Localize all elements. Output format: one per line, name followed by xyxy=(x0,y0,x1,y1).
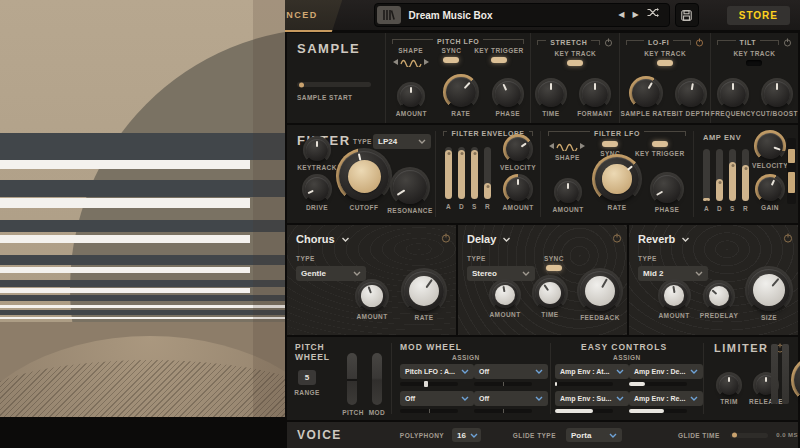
pitch-range-value[interactable]: 5 xyxy=(298,370,316,385)
preset-shuffle-icon[interactable] xyxy=(643,4,663,26)
filter-drive-knob[interactable] xyxy=(305,177,329,201)
filter-env-release-slider[interactable] xyxy=(484,147,491,199)
glide-type-dropdown[interactable]: Porta xyxy=(566,428,622,442)
save-preset-button[interactable] xyxy=(675,3,699,27)
pitch-wheel[interactable] xyxy=(347,353,357,405)
filter-env-velocity-knob[interactable] xyxy=(506,137,530,161)
delay-power-icon[interactable] xyxy=(612,233,622,243)
amp-env-velocity-knob[interactable] xyxy=(757,133,783,159)
delay-time-knob[interactable] xyxy=(535,278,565,308)
pitch-wheel-block: PITCHWHEEL 5 RANGE xyxy=(287,337,341,420)
amp-env-release-slider[interactable] xyxy=(742,149,749,201)
preset-library-icon[interactable] xyxy=(377,6,401,24)
lfo-shape-selector[interactable] xyxy=(393,57,429,67)
mod-assign-slider-4[interactable] xyxy=(474,409,532,413)
delay-amount-knob[interactable] xyxy=(492,282,518,308)
mod-assign-dropdown-4[interactable]: Off xyxy=(474,391,548,406)
reverb-size-knob[interactable] xyxy=(748,269,790,311)
easy-slider-4[interactable] xyxy=(629,409,687,413)
amp-env-decay-slider[interactable] xyxy=(716,149,723,201)
limiter-trim-knob[interactable] xyxy=(719,375,739,395)
filter-cutoff-knob[interactable] xyxy=(339,151,389,201)
tilt-power-icon[interactable] xyxy=(783,38,792,47)
preset-prev-button[interactable]: ◀ xyxy=(614,4,628,26)
sync-led[interactable] xyxy=(443,57,459,63)
reverb-amount-knob[interactable] xyxy=(661,282,688,309)
filter-lfo-key-trigger-led[interactable] xyxy=(652,141,668,147)
preset-bar[interactable]: Dream Music Box ◀ ▶ xyxy=(374,3,670,27)
easy-slider-1[interactable] xyxy=(555,382,613,386)
filter-lfo-amount-knob[interactable] xyxy=(557,181,579,203)
lofi-sample-rate-knob[interactable] xyxy=(632,79,660,107)
chorus-panel: Chorus TYPE Gentle AMOUNT RATE xyxy=(287,225,456,335)
pitch-lfo-phase-knob[interactable] xyxy=(495,81,521,107)
filter-env-attack-slider[interactable] xyxy=(445,147,452,199)
lofi-power-icon[interactable] xyxy=(695,38,704,47)
stretch-key-track-led[interactable] xyxy=(567,60,583,66)
polyphony-dropdown[interactable]: 16 xyxy=(452,428,481,442)
tilt-key-track-led[interactable] xyxy=(746,60,762,66)
filter-resonance-knob[interactable] xyxy=(393,170,427,204)
amp-env-group: AMP ENV A D S R VELOCITY GAIN xyxy=(695,125,798,223)
chorus-amount-knob[interactable] xyxy=(358,282,386,310)
limiter-output-knob[interactable] xyxy=(794,359,800,401)
filter-lfo-group: FILTER LFO SHAPE SYNC KEY TRIGGER xyxy=(542,125,692,223)
filter-lfo-sync-led[interactable] xyxy=(602,141,618,147)
delay-sync-led[interactable] xyxy=(546,265,562,271)
mod-assign-slider-2[interactable] xyxy=(474,382,532,386)
filter-type-label: TYPE xyxy=(353,138,372,145)
filter-env-amount-knob[interactable] xyxy=(506,177,530,201)
mod-wheel[interactable] xyxy=(372,353,382,405)
easy-assign-dropdown-1[interactable]: Amp Env : At... xyxy=(555,364,629,379)
glide-time-slider[interactable] xyxy=(730,433,769,438)
tilt-frequency-knob[interactable] xyxy=(720,81,746,107)
easy-assign-dropdown-3[interactable]: Amp Env : Su... xyxy=(555,391,629,406)
filter-keytrack-knob[interactable] xyxy=(306,139,328,161)
mod-assign-dropdown-1[interactable]: Pitch LFO : A... xyxy=(400,364,474,379)
amp-env-attack-slider[interactable] xyxy=(703,149,710,201)
delay-sync-label: SYNC xyxy=(544,255,564,262)
easy-assign-dropdown-4[interactable]: Amp Env : Re... xyxy=(629,391,703,406)
filter-drive-unit: DRIVE xyxy=(297,177,337,211)
easy-assign-dropdown-2[interactable]: Amp Env : De... xyxy=(629,364,703,379)
delay-feedback-knob[interactable] xyxy=(580,271,620,311)
pitch-lfo-rate-knob[interactable] xyxy=(446,77,476,107)
easy-slider-3[interactable] xyxy=(555,409,613,413)
pitch-lfo-amount-knob[interactable] xyxy=(400,85,422,107)
mod-assign-slider-3[interactable] xyxy=(400,409,458,413)
mod-assign-dropdown-2[interactable]: Off xyxy=(474,364,548,379)
filter-env-sustain-slider[interactable] xyxy=(471,147,478,199)
chorus-power-icon[interactable] xyxy=(441,233,451,243)
lofi-key-track-led[interactable] xyxy=(657,60,673,66)
amp-env-sustain-slider[interactable] xyxy=(729,149,736,201)
easy-slider-2[interactable] xyxy=(629,382,687,386)
chorus-type-dropdown[interactable]: Gentle xyxy=(296,266,366,281)
tilt-cut-boost-knob[interactable] xyxy=(764,81,790,107)
filter-lfo-shape-selector[interactable] xyxy=(549,141,585,151)
sample-start-slider[interactable] xyxy=(297,82,371,87)
filter-lfo-rate-knob[interactable] xyxy=(595,157,639,201)
reverb-selector[interactable]: Reverb xyxy=(638,233,690,245)
mod-assign-slider-1[interactable] xyxy=(400,382,458,386)
stretch-formant-knob[interactable] xyxy=(582,81,608,107)
delay-selector[interactable]: Delay xyxy=(467,233,511,245)
chorus-selector[interactable]: Chorus xyxy=(296,233,350,245)
key-trigger-led[interactable] xyxy=(491,57,507,63)
reverb-power-icon[interactable] xyxy=(783,233,793,243)
chorus-rate-knob[interactable] xyxy=(404,271,444,311)
stretch-time-knob[interactable] xyxy=(538,81,564,107)
amp-env-gain-knob[interactable] xyxy=(758,177,782,201)
sine-wave-icon xyxy=(556,141,578,151)
fx-row: Chorus TYPE Gentle AMOUNT RATE xyxy=(287,225,798,335)
filter-env-decay-slider[interactable] xyxy=(458,147,465,199)
limiter-title: LIMITER xyxy=(714,342,769,354)
preset-next-button[interactable]: ▶ xyxy=(628,4,642,26)
easy-controls-block: EASY CONTROLS ASSIGN Amp Env : At... Amp… xyxy=(551,337,703,420)
reverb-predelay-knob[interactable] xyxy=(706,283,732,309)
mod-assign-dropdown-3[interactable]: Off xyxy=(400,391,474,406)
filter-lfo-phase-knob[interactable] xyxy=(653,175,681,203)
store-button[interactable]: STORE xyxy=(727,6,790,25)
stretch-power-icon[interactable] xyxy=(604,38,613,47)
lofi-bit-depth-knob[interactable] xyxy=(678,81,704,107)
delay-feedback-unit: FEEDBACK xyxy=(576,271,624,321)
